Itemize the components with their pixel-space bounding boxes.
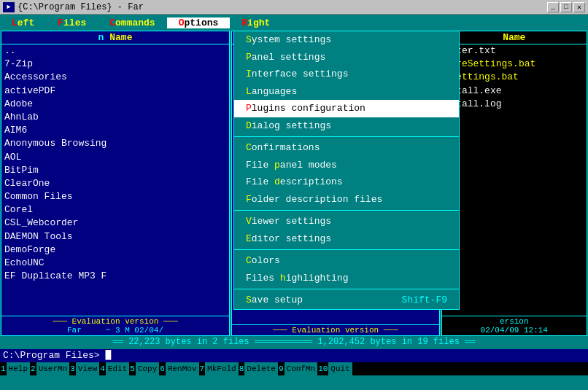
- right-panel-footer: ersion 02/04/09 12:14: [442, 316, 587, 335]
- options-dropdown-menu: System settings Panel settings Interface…: [233, 31, 460, 310]
- menu-editor-settings[interactable]: Editor settings: [234, 230, 459, 248]
- menu-options[interactable]: Options: [167, 17, 231, 28]
- menu-dialog-settings[interactable]: Dialog settings: [234, 117, 459, 135]
- save-setup-shortcut: Shift-F9: [402, 293, 447, 308]
- menu-interface-settings[interactable]: Interface settings: [234, 66, 459, 83]
- close-button[interactable]: ✕: [573, 2, 585, 12]
- list-item[interactable]: nstall.log: [445, 98, 584, 111]
- fkey-5-label: Copy: [136, 362, 159, 375]
- fkey-6-label: RenMov: [166, 362, 199, 375]
- fkey-8[interactable]: 8 Delete: [239, 362, 278, 375]
- menu-system-settings[interactable]: System settings: [234, 31, 459, 49]
- list-item[interactable]: 7-Zip: [4, 58, 226, 71]
- list-item[interactable]: ..: [4, 44, 226, 58]
- fkey-6-num: 6: [159, 364, 166, 373]
- divider-4: [234, 289, 459, 289]
- list-item[interactable]: ClearOne: [4, 177, 226, 190]
- list-item[interactable]: AOL: [4, 151, 226, 164]
- menu-files-highlighting[interactable]: Files highlighting: [234, 270, 459, 287]
- fkey-10-label: Quit: [328, 362, 352, 375]
- right-date: 02/04/09 12:14: [481, 326, 548, 335]
- fkey-1-num: 1: [0, 364, 7, 373]
- command-line[interactable]: C:\Program Files> █: [0, 349, 588, 362]
- menu-folder-description-files[interactable]: Folder description files: [234, 191, 459, 208]
- menu-confirmations[interactable]: Confirmations: [234, 139, 459, 157]
- list-item[interactable]: Corel: [4, 203, 226, 217]
- list-item[interactable]: CSL_Webcorder: [4, 217, 226, 230]
- list-item[interactable]: DemoForge: [4, 243, 226, 257]
- fkey-4[interactable]: 4 Edit: [99, 362, 129, 375]
- list-item[interactable]: Adobe: [4, 98, 226, 111]
- right-panel: Name ister.txt toreSettings.bat eSetting…: [441, 31, 588, 336]
- list-item[interactable]: AhnLab: [4, 111, 226, 124]
- fkey-8-label: Delete: [244, 362, 278, 375]
- panels-area: n Name .. 7-Zip Accessories activePDF Ad…: [0, 31, 588, 336]
- list-item[interactable]: EchoUNC: [4, 257, 226, 270]
- info-bar-right: ══: [465, 337, 475, 347]
- funckeys-bar: 1 Help 2 UserMn 3 View 4 Edit 5 Copy 6 R…: [0, 362, 588, 375]
- fkey-3-label: View: [76, 362, 99, 375]
- list-item[interactable]: EF Duplicate MP3 F: [4, 270, 226, 283]
- list-item[interactable]: ister.txt: [445, 44, 584, 58]
- fkey-9-num: 9: [278, 364, 285, 373]
- menu-left[interactable]: Left: [0, 17, 46, 28]
- fkey-7-num: 7: [199, 364, 206, 373]
- fkey-2-label: UserMn: [36, 362, 70, 375]
- fkey-9[interactable]: 9 ConfMn: [278, 362, 317, 375]
- title-bar-text: {C:\Program Files} - Far: [18, 2, 144, 12]
- menu-viewer-settings[interactable]: Viewer settings: [234, 213, 459, 230]
- cmdline-cursor: █: [105, 350, 111, 361]
- fkey-9-label: ConfMn: [285, 362, 318, 375]
- list-item[interactable]: toreSettings.bat: [445, 58, 584, 71]
- main-area: Left Files Commands Options Right n Name…: [0, 15, 588, 375]
- menu-save-setup[interactable]: Save setup Shift-F9: [234, 292, 459, 309]
- list-item[interactable]: activePDF: [4, 85, 226, 98]
- divider-1: [234, 136, 459, 137]
- title-bar-controls: _ □ ✕: [547, 2, 585, 12]
- minimize-button[interactable]: _: [547, 2, 559, 12]
- list-item[interactable]: AIM6: [4, 124, 226, 137]
- fkey-5[interactable]: 5 Copy: [129, 362, 159, 375]
- divider-3: [234, 249, 459, 250]
- title-bar: ► {C:\Program Files} - Far _ □ ✕: [0, 0, 588, 15]
- left-panel: n Name .. 7-Zip Accessories activePDF Ad…: [1, 31, 230, 336]
- left-panel-header: n Name: [1, 31, 229, 44]
- eval-text: ─── Evaluation version ───: [53, 317, 178, 326]
- fkey-7-label: MkFold: [205, 362, 239, 375]
- middle-panel-footer: ─── Evaluation version ───: [232, 324, 439, 335]
- maximize-button[interactable]: □: [560, 2, 572, 12]
- right-panel-name-col: Name: [503, 32, 525, 43]
- fkey-10[interactable]: 10 Quit: [317, 362, 352, 375]
- fkey-2[interactable]: 2 UserMn: [30, 362, 69, 375]
- fkey-8-num: 8: [239, 364, 245, 373]
- info-bar: ══ 22,223 bytes in 2 files ═══════════ 1…: [0, 336, 588, 349]
- fkey-2-num: 2: [30, 364, 36, 373]
- menu-plugins-configuration[interactable]: Plugins configuration: [234, 100, 459, 117]
- divider-2: [234, 210, 459, 211]
- menu-file-panel-modes[interactable]: File panel modes: [234, 157, 459, 174]
- list-item[interactable]: Accessories: [4, 71, 226, 84]
- menu-languages[interactable]: Languages: [234, 83, 459, 101]
- left-panel-title: n: [98, 32, 104, 43]
- menu-colors[interactable]: Colors: [234, 252, 459, 270]
- list-item[interactable]: eSettings.bat: [445, 71, 584, 84]
- list-item[interactable]: Anonymous Browsing: [4, 137, 226, 150]
- list-item[interactable]: BitPim: [4, 164, 226, 177]
- fkey-3-num: 3: [69, 364, 76, 373]
- menu-commands[interactable]: Commands: [98, 17, 166, 28]
- left-panel-content: .. 7-Zip Accessories activePDF Adobe Ahn…: [1, 44, 229, 316]
- list-item[interactable]: DAEMON Tools: [4, 230, 226, 243]
- menubar: Left Files Commands Options Right: [0, 15, 588, 31]
- fkey-6[interactable]: 6 RenMov: [159, 362, 198, 375]
- far-label: Far: [67, 326, 82, 335]
- right-bytes: 1,202,452 bytes in 19 files: [317, 337, 459, 347]
- menu-panel-settings[interactable]: Panel settings: [234, 49, 459, 66]
- menu-file-descriptions[interactable]: File descriptions: [234, 173, 459, 191]
- list-item[interactable]: Common Files: [4, 190, 226, 203]
- fkey-7[interactable]: 7 MkFold: [199, 362, 239, 375]
- fkey-3[interactable]: 3 View: [69, 362, 99, 375]
- fkey-1[interactable]: 1 Help: [0, 362, 30, 375]
- menu-right[interactable]: Right: [230, 17, 282, 28]
- menu-files[interactable]: Files: [46, 17, 98, 28]
- list-item[interactable]: nstall.exe: [445, 85, 584, 98]
